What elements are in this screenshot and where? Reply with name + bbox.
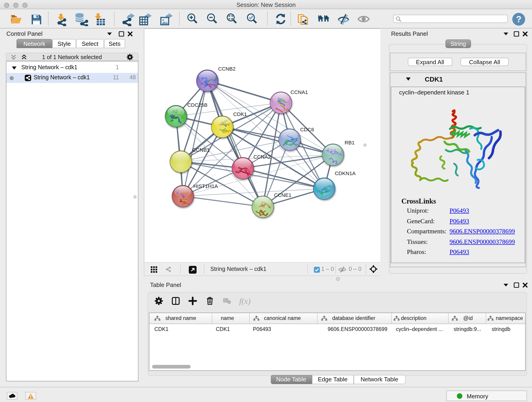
svg-text:CCNA1: CCNA1: [291, 89, 308, 95]
svg-text:CDC25B: CDC25B: [187, 102, 207, 108]
svg-text:?: ?: [516, 14, 521, 24]
svg-text:CDKN1A: CDKN1A: [335, 171, 355, 176]
svg-text:CCNB2: CCNB2: [218, 66, 235, 72]
svg-text:HIST1H1A: HIST1H1A: [193, 183, 218, 189]
svg-text:CCNA2: CCNA2: [253, 154, 271, 160]
svg-text:CCNB1: CCNB1: [192, 147, 210, 153]
svg-text:CCNE1: CCNE1: [274, 192, 291, 198]
svg-text:RB1: RB1: [345, 140, 355, 146]
svg-text:CDK1: CDK1: [233, 111, 247, 117]
svg-text:CDC6: CDC6: [300, 127, 314, 133]
